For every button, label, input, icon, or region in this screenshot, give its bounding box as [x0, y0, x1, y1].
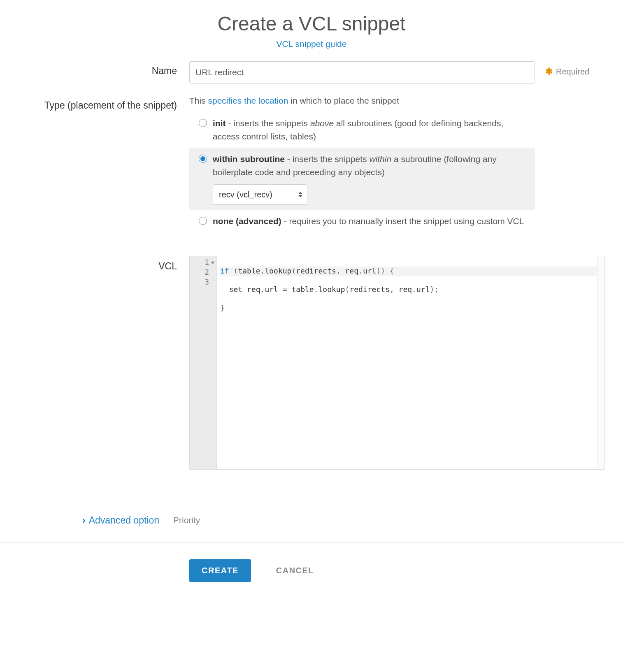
type-init-bold: init: [213, 118, 226, 128]
type-option-none-desc: none (advanced) - requires you to manual…: [213, 215, 524, 228]
code-line-1: if (table.lookup(redirects, req.url)) {: [220, 266, 597, 276]
type-intro-suffix: in which to place the snippet: [288, 96, 399, 105]
code-line-2: set req.url = table.lookup(redirects, re…: [220, 285, 597, 295]
type-within-bold: within subroutine: [213, 154, 285, 164]
type-intro: This specifies the location in which to …: [189, 96, 535, 106]
type-option-within-desc: within subroutine - inserts the snippets…: [213, 153, 528, 205]
code-line-3: }: [220, 304, 597, 313]
vcl-editor-code[interactable]: if (table.lookup(redirects, req.url)) { …: [217, 256, 597, 469]
vcl-label: VCL: [0, 253, 189, 272]
advanced-option-toggle[interactable]: › Advanced option: [82, 515, 159, 526]
required-star-icon: ✱: [545, 66, 553, 77]
vcl-editor-scrollbar[interactable]: [597, 256, 604, 469]
specifies-location-link[interactable]: specifies the location: [208, 96, 288, 105]
footer-actions: CREATE CANCEL: [0, 542, 623, 582]
type-option-init[interactable]: init - inserts the snippets above all su…: [189, 112, 535, 148]
line-number-2: 2: [190, 268, 216, 278]
type-label: Type (placement of the snippet): [0, 96, 189, 111]
name-row: Name ✱ Required: [0, 61, 623, 83]
vcl-snippet-guide-link[interactable]: VCL snippet guide: [0, 39, 623, 49]
advanced-option-sublabel: Priority: [173, 515, 200, 525]
chevron-right-icon: ›: [82, 515, 86, 526]
line-number-3: 3: [190, 278, 216, 287]
name-input[interactable]: [189, 61, 535, 83]
type-option-init-desc: init - inserts the snippets above all su…: [213, 117, 528, 143]
type-none-bold: none (advanced): [213, 216, 281, 226]
page-title: Create a VCL snippet: [0, 12, 623, 35]
required-text: Required: [556, 67, 589, 76]
subroutine-select[interactable]: recv (vcl_recv): [213, 184, 307, 205]
type-init-italic: above: [310, 118, 334, 128]
type-option-none[interactable]: none (advanced) - requires you to manual…: [189, 210, 535, 233]
required-indicator: ✱ Required: [535, 61, 589, 77]
type-radio-init[interactable]: [199, 119, 207, 127]
name-label: Name: [0, 61, 189, 76]
type-init-after-bold: - inserts the snippets: [226, 118, 310, 128]
cancel-button[interactable]: CANCEL: [274, 565, 316, 576]
vcl-editor[interactable]: 1 2 3 if (table.lookup(redirects, req.ur…: [189, 256, 605, 470]
type-within-after-bold: - inserts the snippets: [285, 154, 369, 164]
type-intro-prefix: This: [189, 96, 208, 105]
type-none-rest: - requires you to manually insert the sn…: [281, 216, 524, 226]
type-row: Type (placement of the snippet) This spe…: [0, 96, 623, 233]
type-radio-none[interactable]: [199, 217, 207, 225]
type-option-within[interactable]: within subroutine - inserts the snippets…: [189, 148, 535, 210]
vcl-editor-gutter: 1 2 3: [190, 256, 217, 469]
type-within-italic: within: [369, 154, 391, 164]
type-radio-within[interactable]: [199, 155, 207, 163]
line-number-1: 1: [190, 258, 216, 268]
create-button[interactable]: CREATE: [189, 559, 251, 582]
advanced-option-row: › Advanced option Priority: [0, 515, 623, 526]
advanced-option-label: Advanced option: [89, 515, 159, 526]
vcl-row: VCL 1 2 3 if (table.lookup(redirects, re…: [0, 253, 623, 470]
